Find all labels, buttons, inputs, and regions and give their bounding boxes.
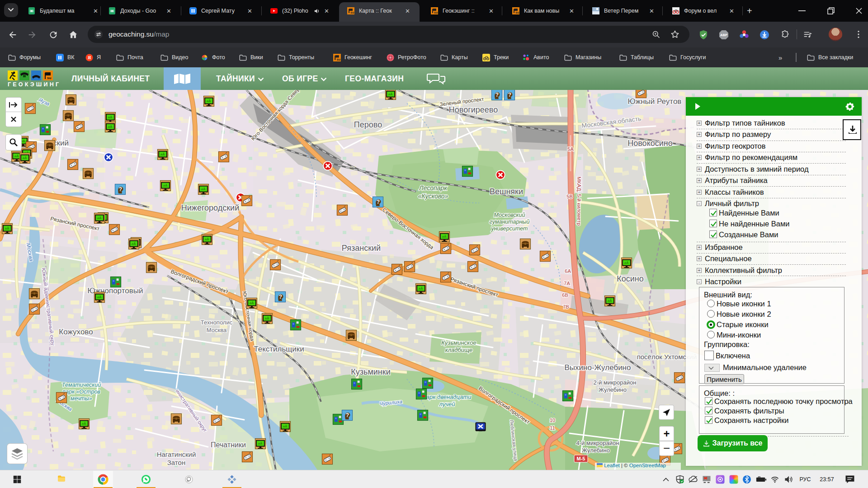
svg-text:Печатники: Печатники <box>211 441 246 449</box>
svg-text:«Кусково»: «Кусково» <box>418 192 448 200</box>
svg-text:Кузьминское: Кузьминское <box>441 339 476 346</box>
svg-text:МКАД, 5-й километр: МКАД, 5-й километр <box>576 177 582 226</box>
svg-text:2-й микрорайон: 2-й микрорайон <box>594 379 637 386</box>
svg-text:М-5: М-5 <box>577 456 585 461</box>
svg-text:Жулебино: Жулебино <box>599 386 627 393</box>
svg-text:Жулебино: Жулебино <box>582 447 610 454</box>
svg-text:Нижегородский: Нижегородский <box>181 203 239 212</box>
svg-text:5А: 5А <box>567 146 574 152</box>
svg-text:su: su <box>336 57 340 61</box>
svg-text:Вешняки: Вешняки <box>490 187 523 196</box>
svg-text:7А: 7А <box>564 281 570 286</box>
svg-text:лучей: лучей <box>439 401 455 408</box>
svg-text:университет: университет <box>491 225 528 232</box>
svg-text:Кожухово: Кожухово <box>59 328 93 336</box>
svg-text:Перово: Перово <box>354 120 382 129</box>
svg-text:Кузьминки: Кузьминки <box>351 367 390 376</box>
svg-text:Косино: Косино <box>617 274 644 283</box>
svg-text:5В: 5В <box>566 194 572 199</box>
svg-text:Я: Я <box>88 55 91 60</box>
svg-text:su: su <box>350 11 354 14</box>
svg-text:Новокосино: Новокосино <box>627 139 672 148</box>
svg-text:Московский: Московский <box>494 212 525 218</box>
svg-text:6В: 6В <box>562 292 568 298</box>
svg-text:Нагатинский: Нагатинский <box>157 450 196 458</box>
svg-text:Новогиреево: Новогиреево <box>449 105 498 114</box>
svg-text:su: su <box>515 11 519 14</box>
svg-text:Текстильщики: Текстильщики <box>254 345 304 353</box>
svg-text:4-й микрорайон: 4-й микрорайон <box>576 440 619 446</box>
svg-text:Рязанский: Рязанский <box>342 244 381 253</box>
svg-text:su: su <box>434 11 438 14</box>
svg-text:кладбище: кладбище <box>445 347 473 353</box>
svg-text:7В: 7В <box>563 304 569 310</box>
svg-text:10: 10 <box>550 418 555 423</box>
svg-text:Выхино-Жулебино: Выхино-Жулебино <box>565 363 631 372</box>
svg-text:парк «Остров: парк «Остров <box>62 389 100 395</box>
svg-text:Тематический: Тематический <box>62 382 101 388</box>
svg-text:6А: 6А <box>565 268 571 274</box>
svg-text:парк двенадцати: парк двенадцати <box>423 394 472 400</box>
svg-text:Южный Реутов: Южный Реутов <box>628 97 682 106</box>
svg-text:Затон: Затон <box>167 459 185 466</box>
svg-text:мечты»: мечты» <box>71 395 92 402</box>
svg-text:11: 11 <box>550 425 555 431</box>
svg-text:гуманитарный: гуманитарный <box>490 219 530 225</box>
svg-text:Технополис: Технополис <box>201 319 233 326</box>
svg-text:Лесопарк: Лесопарк <box>419 184 448 192</box>
svg-text:su: su <box>47 76 51 80</box>
svg-text:Москва: Москва <box>207 327 227 333</box>
svg-text:ABP: ABP <box>720 33 727 37</box>
